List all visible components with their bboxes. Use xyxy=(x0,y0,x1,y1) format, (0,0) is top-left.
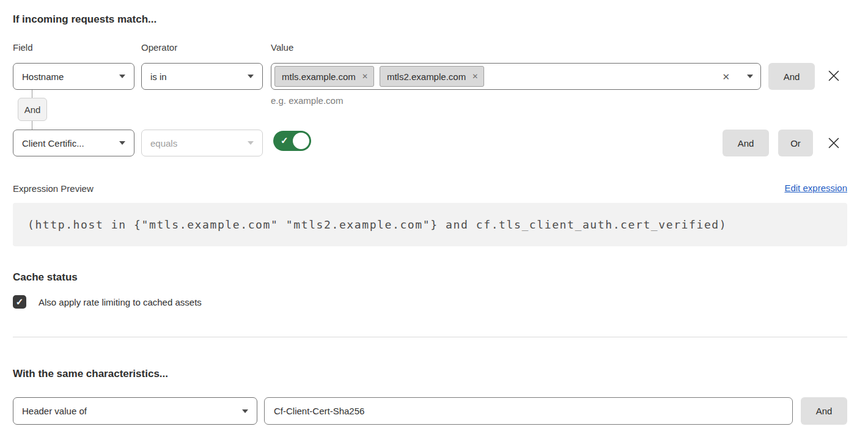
value-tag: mtls2.example.com ✕ xyxy=(380,66,484,87)
edit-expression-link[interactable]: Edit expression xyxy=(784,183,847,193)
checkmark-icon: ✓ xyxy=(281,135,289,146)
cached-assets-checkbox-label: Also apply rate limiting to cached asset… xyxy=(39,297,202,307)
field-select-row1[interactable]: Hostname xyxy=(13,63,134,90)
section-divider xyxy=(13,337,847,337)
clear-values-icon[interactable]: ✕ xyxy=(722,72,730,81)
chevron-down-icon xyxy=(119,141,125,145)
toggle-knob xyxy=(293,133,309,149)
expression-preview-label: Expression Preview xyxy=(13,183,94,194)
chevron-down-icon xyxy=(248,75,254,78)
chevron-down-icon xyxy=(119,75,125,78)
operator-select-row2: equals xyxy=(141,130,263,156)
value-helper-text: e.g. example.com xyxy=(271,95,343,106)
or-button-row2[interactable]: Or xyxy=(778,130,813,156)
tag-label: mtls.example.com xyxy=(282,72,356,82)
expression-code: (http.host in {"mtls.example.com" "mtls2… xyxy=(13,203,847,246)
delete-row2-icon[interactable] xyxy=(826,136,841,150)
tag-label: mtls2.example.com xyxy=(387,72,466,82)
connector-line xyxy=(32,90,32,98)
field-label: Field xyxy=(13,42,33,53)
characteristic-select[interactable]: Header value of xyxy=(13,397,257,425)
characteristic-select-value: Header value of xyxy=(22,406,87,416)
chevron-down-icon xyxy=(242,409,248,413)
field-select-row2-value: Client Certific... xyxy=(22,138,84,148)
chevron-down-icon[interactable] xyxy=(747,75,753,78)
field-select-row1-value: Hostname xyxy=(22,72,64,82)
field-select-row2[interactable]: Client Certific... xyxy=(13,130,134,156)
characteristics-title: With the same characteristics... xyxy=(13,368,168,380)
chevron-down-icon xyxy=(248,141,254,145)
remove-tag-icon[interactable]: ✕ xyxy=(362,73,368,80)
cert-verified-toggle[interactable]: ✓ xyxy=(273,131,311,151)
value-label: Value xyxy=(271,42,293,53)
value-tag: mtls.example.com ✕ xyxy=(274,66,374,87)
operator-select-row1-value: is in xyxy=(150,72,167,82)
match-section-title: If incoming requests match... xyxy=(13,13,156,26)
and-button-row1[interactable]: And xyxy=(768,63,815,90)
remove-tag-icon[interactable]: ✕ xyxy=(472,73,478,80)
operator-label: Operator xyxy=(141,42,177,53)
cached-assets-checkbox[interactable]: ✓ xyxy=(13,295,26,309)
header-name-input[interactable] xyxy=(264,397,793,425)
operator-select-row2-value: equals xyxy=(150,138,177,148)
operator-select-row1[interactable]: is in xyxy=(141,63,263,90)
rate-limit-rule-builder: If incoming requests match... Field Oper… xyxy=(0,0,868,440)
and-button-characteristics[interactable]: And xyxy=(801,397,847,425)
connector-and-button[interactable]: And xyxy=(18,98,47,121)
checkmark-icon: ✓ xyxy=(16,296,24,307)
delete-row1-icon[interactable] xyxy=(826,68,841,83)
value-multiselect-row1[interactable]: mtls.example.com ✕ mtls2.example.com ✕ ✕ xyxy=(271,63,761,90)
and-button-row2[interactable]: And xyxy=(723,130,769,156)
connector-line xyxy=(32,121,32,130)
cache-status-title: Cache status xyxy=(13,271,78,284)
